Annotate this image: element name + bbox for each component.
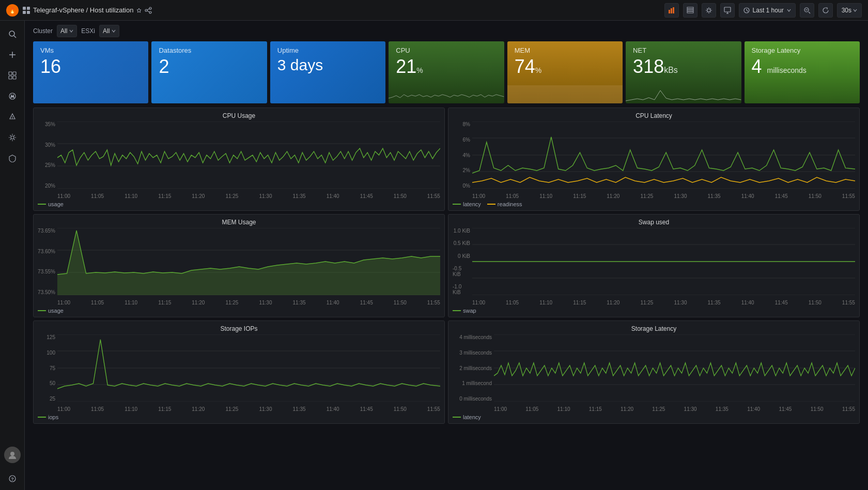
sidebar-dashboards-btn[interactable]: [3, 66, 22, 85]
sidebar-add-btn[interactable]: [3, 45, 22, 64]
sidebar-config-btn[interactable]: [3, 128, 22, 147]
svg-point-28: [9, 31, 14, 36]
legend-latency: latency: [453, 201, 481, 207]
svg-rect-15: [687, 7, 693, 9]
graph-view-btn[interactable]: [664, 3, 679, 18]
svg-rect-14: [673, 7, 674, 13]
legend-dot-swap: [453, 310, 461, 311]
svg-rect-13: [671, 8, 672, 13]
cluster-dropdown[interactable]: All: [57, 25, 77, 37]
sidebar-shield-btn[interactable]: [3, 149, 22, 167]
share-icon[interactable]: [145, 7, 152, 14]
svg-rect-44: [507, 85, 623, 103]
stat-card-net: NET 318kBs: [626, 41, 741, 103]
storage-latency-y-axis: 4 milliseconds 3 milliseconds 2 millisec…: [453, 334, 494, 402]
svg-rect-19: [724, 7, 731, 12]
storage-latency-svg-area: [494, 334, 855, 402]
storage-iops-svg-area: [57, 334, 440, 402]
esxi-dropdown[interactable]: All: [99, 25, 119, 37]
table-view-btn[interactable]: [683, 3, 698, 18]
logo-icon[interactable]: 🔥: [6, 4, 19, 17]
svg-marker-37: [10, 94, 14, 98]
stat-title-cpu: CPU: [396, 47, 497, 54]
mem-sparkline: [507, 80, 623, 103]
star-icon[interactable]: [136, 8, 142, 13]
stat-card-cpu: CPU 21%: [389, 41, 504, 103]
storage-latency-legend: latency: [453, 414, 855, 420]
svg-text:?: ?: [11, 477, 14, 482]
legend-mem-usage: usage: [38, 308, 64, 314]
stat-value-vms: 16: [40, 56, 141, 77]
nav-icons-right: Last 1 hour 30s: [664, 3, 862, 18]
legend-dot-readiness: [487, 204, 495, 205]
monitor-btn[interactable]: [720, 3, 735, 18]
legend-dot-iops: [38, 417, 46, 418]
mem-usage-legend: usage: [38, 308, 440, 314]
stat-cards: VMs 16 Datastores 2 Uptime 3 days CPU 21…: [25, 41, 868, 108]
stat-title-uptime: Uptime: [277, 47, 378, 54]
chart-storage-iops: Storage IOPs 125 100 75 50 25: [33, 320, 445, 424]
cpu-latency-svg-area: [472, 121, 855, 189]
svg-marker-6: [137, 8, 141, 12]
stat-value-datastores: 2: [159, 56, 259, 77]
svg-line-27: [809, 12, 810, 13]
stat-value-storage-latency: 4 milliseconds: [752, 56, 853, 77]
svg-rect-32: [9, 72, 12, 75]
chart-title-storage-iops: Storage IOPs: [38, 325, 440, 332]
cpu-usage-x-axis: 11:00 11:05 11:10 11:15 11:20 11:25 11:3…: [57, 193, 440, 199]
svg-point-40: [11, 136, 14, 139]
stat-card-vms: VMs 16: [33, 41, 148, 103]
cluster-value: All: [60, 27, 67, 35]
legend-swap: swap: [453, 308, 476, 314]
chart-cpu-latency: CPU Latency 8% 6% 4% 2% 0%: [448, 108, 860, 211]
stat-title-net: NET: [633, 47, 734, 54]
net-sparkline: [626, 80, 741, 103]
chart-mem-usage: MEM Usage 73.65% 73.60% 73.55% 73.50%: [33, 214, 445, 317]
storage-latency-x-axis: 11:00 11:05 11:10 11:15 11:20 11:25 11:3…: [494, 406, 855, 412]
svg-rect-3: [27, 7, 30, 10]
svg-point-39: [12, 118, 13, 119]
sidebar-help-btn[interactable]: ?: [3, 469, 22, 488]
stat-card-uptime: Uptime 3 days: [270, 41, 385, 103]
swap-svg-area: [472, 228, 855, 295]
svg-rect-34: [9, 76, 12, 79]
user-avatar[interactable]: [4, 447, 21, 463]
breadcrumb-org: Telegraf-vSphere / Host utilization: [33, 6, 133, 14]
chart-title-swap-used: Swap used: [453, 219, 855, 226]
refresh-interval-btn[interactable]: 30s: [837, 3, 862, 18]
chart-title-cpu-usage: CPU Usage: [38, 112, 440, 119]
stat-card-mem: MEM 74%: [507, 41, 623, 103]
sidebar-search-btn[interactable]: [3, 25, 22, 43]
sidebar-alerts-btn[interactable]: [3, 108, 22, 126]
mem-usage-y-axis: 73.65% 73.60% 73.55% 73.50%: [38, 228, 57, 295]
stat-title-datastores: Datastores: [159, 47, 259, 54]
legend-dot-storage-latency: [453, 417, 461, 418]
settings-btn[interactable]: [702, 3, 716, 18]
stat-card-storage-latency: Storage Latency 4 milliseconds: [745, 41, 860, 103]
refresh-btn[interactable]: [818, 3, 833, 18]
esxi-filter-label: ESXi: [81, 27, 95, 35]
svg-line-10: [147, 9, 149, 10]
storage-iops-x-axis: 11:00 11:05 11:10 11:15 11:20 11:25 11:3…: [57, 406, 440, 412]
svg-point-18: [707, 9, 710, 12]
stat-value-uptime: 3 days: [277, 56, 378, 73]
legend-dot-usage: [38, 204, 46, 205]
stat-value-mem: 74%: [515, 56, 615, 77]
zoom-out-btn[interactable]: [800, 3, 814, 18]
svg-text:🔥: 🔥: [9, 7, 16, 14]
chart-swap-used: Swap used 1.0 KiB 0.5 KiB 0 KiB -0.5 KiB…: [448, 214, 860, 317]
dashboard-title: Telegraf-vSphere / Host utilization: [23, 6, 152, 14]
sidebar-explore-btn[interactable]: [3, 87, 22, 105]
time-range-picker[interactable]: Last 1 hour: [739, 3, 796, 18]
cpu-usage-svg-area: [57, 121, 440, 189]
time-range-label: Last 1 hour: [753, 7, 784, 14]
chart-title-storage-latency: Storage Latency: [453, 325, 855, 332]
cpu-usage-y-axis: 35% 30% 25% 20%: [38, 121, 57, 189]
svg-rect-2: [23, 7, 26, 10]
chart-area-cpu-usage: 35% 30% 25% 20% 11:00: [38, 121, 440, 199]
swap-legend: swap: [453, 308, 855, 314]
legend-dot-mem-usage: [38, 310, 46, 311]
mem-usage-x-axis: 11:00 11:05 11:10 11:15 11:20 11:25 11:3…: [57, 300, 440, 305]
mem-usage-svg-area: [57, 228, 440, 295]
chart-area-swap-used: 1.0 KiB 0.5 KiB 0 KiB -0.5 KiB -1.0 KiB: [453, 228, 855, 305]
